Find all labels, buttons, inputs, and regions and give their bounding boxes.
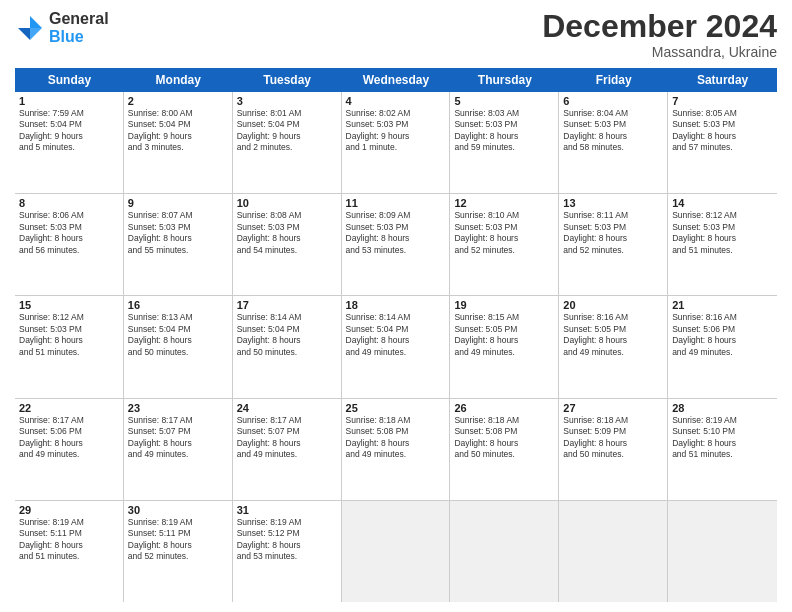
calendar-cell: 25Sunrise: 8:18 AM Sunset: 5:08 PM Dayli… bbox=[342, 399, 451, 500]
cell-info: Sunrise: 8:10 AM Sunset: 5:03 PM Dayligh… bbox=[454, 210, 554, 256]
cell-info: Sunrise: 8:08 AM Sunset: 5:03 PM Dayligh… bbox=[237, 210, 337, 256]
day-number: 30 bbox=[128, 504, 228, 516]
cell-info: Sunrise: 8:07 AM Sunset: 5:03 PM Dayligh… bbox=[128, 210, 228, 256]
cell-info: Sunrise: 8:19 AM Sunset: 5:11 PM Dayligh… bbox=[128, 517, 228, 563]
day-number: 1 bbox=[19, 95, 119, 107]
calendar-cell: 7Sunrise: 8:05 AM Sunset: 5:03 PM Daylig… bbox=[668, 92, 777, 193]
day-number: 9 bbox=[128, 197, 228, 209]
calendar-cell: 2Sunrise: 8:00 AM Sunset: 5:04 PM Daylig… bbox=[124, 92, 233, 193]
cell-info: Sunrise: 8:18 AM Sunset: 5:08 PM Dayligh… bbox=[346, 415, 446, 461]
day-number: 27 bbox=[563, 402, 663, 414]
cell-info: Sunrise: 8:18 AM Sunset: 5:09 PM Dayligh… bbox=[563, 415, 663, 461]
calendar-cell: 26Sunrise: 8:18 AM Sunset: 5:08 PM Dayli… bbox=[450, 399, 559, 500]
calendar-cell: 10Sunrise: 8:08 AM Sunset: 5:03 PM Dayli… bbox=[233, 194, 342, 295]
cell-info: Sunrise: 8:12 AM Sunset: 5:03 PM Dayligh… bbox=[672, 210, 773, 256]
logo: General Blue bbox=[15, 10, 109, 45]
calendar-cell: 30Sunrise: 8:19 AM Sunset: 5:11 PM Dayli… bbox=[124, 501, 233, 602]
weekday-header-sunday: Sunday bbox=[15, 68, 124, 92]
day-number: 5 bbox=[454, 95, 554, 107]
cell-info: Sunrise: 8:19 AM Sunset: 5:12 PM Dayligh… bbox=[237, 517, 337, 563]
cell-info: Sunrise: 7:59 AM Sunset: 5:04 PM Dayligh… bbox=[19, 108, 119, 154]
calendar-cell: 17Sunrise: 8:14 AM Sunset: 5:04 PM Dayli… bbox=[233, 296, 342, 397]
calendar-cell: 14Sunrise: 8:12 AM Sunset: 5:03 PM Dayli… bbox=[668, 194, 777, 295]
day-number: 6 bbox=[563, 95, 663, 107]
calendar-cell: 24Sunrise: 8:17 AM Sunset: 5:07 PM Dayli… bbox=[233, 399, 342, 500]
calendar-cell: 5Sunrise: 8:03 AM Sunset: 5:03 PM Daylig… bbox=[450, 92, 559, 193]
cell-info: Sunrise: 8:00 AM Sunset: 5:04 PM Dayligh… bbox=[128, 108, 228, 154]
calendar-cell: 20Sunrise: 8:16 AM Sunset: 5:05 PM Dayli… bbox=[559, 296, 668, 397]
title-block: December 2024 Massandra, Ukraine bbox=[542, 10, 777, 60]
calendar-cell: 4Sunrise: 8:02 AM Sunset: 5:03 PM Daylig… bbox=[342, 92, 451, 193]
cell-info: Sunrise: 8:14 AM Sunset: 5:04 PM Dayligh… bbox=[237, 312, 337, 358]
svg-marker-1 bbox=[18, 28, 30, 40]
cell-info: Sunrise: 8:05 AM Sunset: 5:03 PM Dayligh… bbox=[672, 108, 773, 154]
cell-info: Sunrise: 8:19 AM Sunset: 5:11 PM Dayligh… bbox=[19, 517, 119, 563]
calendar-row-1: 1Sunrise: 7:59 AM Sunset: 5:04 PM Daylig… bbox=[15, 92, 777, 194]
day-number: 25 bbox=[346, 402, 446, 414]
cell-info: Sunrise: 8:03 AM Sunset: 5:03 PM Dayligh… bbox=[454, 108, 554, 154]
calendar-cell: 1Sunrise: 7:59 AM Sunset: 5:04 PM Daylig… bbox=[15, 92, 124, 193]
cell-info: Sunrise: 8:16 AM Sunset: 5:06 PM Dayligh… bbox=[672, 312, 773, 358]
day-number: 29 bbox=[19, 504, 119, 516]
calendar: SundayMondayTuesdayWednesdayThursdayFrid… bbox=[15, 68, 777, 602]
cell-info: Sunrise: 8:14 AM Sunset: 5:04 PM Dayligh… bbox=[346, 312, 446, 358]
day-number: 28 bbox=[672, 402, 773, 414]
calendar-cell bbox=[450, 501, 559, 602]
day-number: 31 bbox=[237, 504, 337, 516]
calendar-cell: 28Sunrise: 8:19 AM Sunset: 5:10 PM Dayli… bbox=[668, 399, 777, 500]
logo-icon bbox=[15, 13, 45, 43]
day-number: 4 bbox=[346, 95, 446, 107]
svg-marker-2 bbox=[30, 28, 42, 40]
cell-info: Sunrise: 8:13 AM Sunset: 5:04 PM Dayligh… bbox=[128, 312, 228, 358]
calendar-cell: 29Sunrise: 8:19 AM Sunset: 5:11 PM Dayli… bbox=[15, 501, 124, 602]
cell-info: Sunrise: 8:16 AM Sunset: 5:05 PM Dayligh… bbox=[563, 312, 663, 358]
weekday-header-saturday: Saturday bbox=[668, 68, 777, 92]
day-number: 26 bbox=[454, 402, 554, 414]
day-number: 16 bbox=[128, 299, 228, 311]
day-number: 13 bbox=[563, 197, 663, 209]
weekday-header-tuesday: Tuesday bbox=[233, 68, 342, 92]
day-number: 7 bbox=[672, 95, 773, 107]
weekday-header-wednesday: Wednesday bbox=[342, 68, 451, 92]
day-number: 19 bbox=[454, 299, 554, 311]
calendar-header: SundayMondayTuesdayWednesdayThursdayFrid… bbox=[15, 68, 777, 92]
calendar-cell: 8Sunrise: 8:06 AM Sunset: 5:03 PM Daylig… bbox=[15, 194, 124, 295]
day-number: 12 bbox=[454, 197, 554, 209]
cell-info: Sunrise: 8:11 AM Sunset: 5:03 PM Dayligh… bbox=[563, 210, 663, 256]
day-number: 14 bbox=[672, 197, 773, 209]
cell-info: Sunrise: 8:06 AM Sunset: 5:03 PM Dayligh… bbox=[19, 210, 119, 256]
day-number: 3 bbox=[237, 95, 337, 107]
calendar-row-5: 29Sunrise: 8:19 AM Sunset: 5:11 PM Dayli… bbox=[15, 501, 777, 602]
header: General Blue December 2024 Massandra, Uk… bbox=[15, 10, 777, 60]
calendar-body: 1Sunrise: 7:59 AM Sunset: 5:04 PM Daylig… bbox=[15, 92, 777, 602]
day-number: 18 bbox=[346, 299, 446, 311]
location: Massandra, Ukraine bbox=[542, 44, 777, 60]
cell-info: Sunrise: 8:15 AM Sunset: 5:05 PM Dayligh… bbox=[454, 312, 554, 358]
calendar-cell: 6Sunrise: 8:04 AM Sunset: 5:03 PM Daylig… bbox=[559, 92, 668, 193]
weekday-header-thursday: Thursday bbox=[450, 68, 559, 92]
calendar-cell: 19Sunrise: 8:15 AM Sunset: 5:05 PM Dayli… bbox=[450, 296, 559, 397]
weekday-header-friday: Friday bbox=[559, 68, 668, 92]
day-number: 22 bbox=[19, 402, 119, 414]
calendar-cell: 16Sunrise: 8:13 AM Sunset: 5:04 PM Dayli… bbox=[124, 296, 233, 397]
cell-info: Sunrise: 8:17 AM Sunset: 5:06 PM Dayligh… bbox=[19, 415, 119, 461]
calendar-cell: 13Sunrise: 8:11 AM Sunset: 5:03 PM Dayli… bbox=[559, 194, 668, 295]
logo-text: General Blue bbox=[49, 10, 109, 45]
calendar-cell: 9Sunrise: 8:07 AM Sunset: 5:03 PM Daylig… bbox=[124, 194, 233, 295]
calendar-cell bbox=[668, 501, 777, 602]
cell-info: Sunrise: 8:18 AM Sunset: 5:08 PM Dayligh… bbox=[454, 415, 554, 461]
month-title: December 2024 bbox=[542, 10, 777, 42]
calendar-cell: 31Sunrise: 8:19 AM Sunset: 5:12 PM Dayli… bbox=[233, 501, 342, 602]
cell-info: Sunrise: 8:17 AM Sunset: 5:07 PM Dayligh… bbox=[237, 415, 337, 461]
calendar-cell bbox=[342, 501, 451, 602]
day-number: 24 bbox=[237, 402, 337, 414]
cell-info: Sunrise: 8:04 AM Sunset: 5:03 PM Dayligh… bbox=[563, 108, 663, 154]
calendar-cell: 27Sunrise: 8:18 AM Sunset: 5:09 PM Dayli… bbox=[559, 399, 668, 500]
calendar-cell: 23Sunrise: 8:17 AM Sunset: 5:07 PM Dayli… bbox=[124, 399, 233, 500]
calendar-cell: 15Sunrise: 8:12 AM Sunset: 5:03 PM Dayli… bbox=[15, 296, 124, 397]
cell-info: Sunrise: 8:09 AM Sunset: 5:03 PM Dayligh… bbox=[346, 210, 446, 256]
day-number: 8 bbox=[19, 197, 119, 209]
cell-info: Sunrise: 8:01 AM Sunset: 5:04 PM Dayligh… bbox=[237, 108, 337, 154]
day-number: 11 bbox=[346, 197, 446, 209]
cell-info: Sunrise: 8:02 AM Sunset: 5:03 PM Dayligh… bbox=[346, 108, 446, 154]
